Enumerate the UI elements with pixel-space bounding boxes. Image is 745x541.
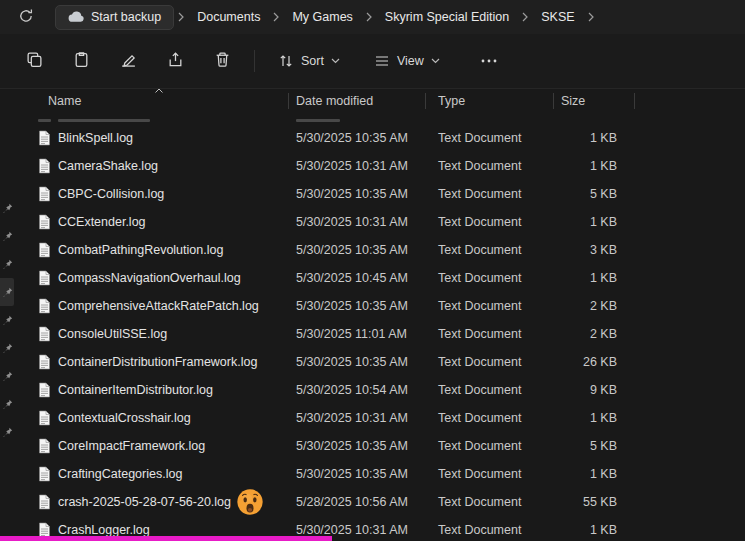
start-backup-button[interactable]: Start backup — [55, 5, 174, 30]
pin-icon[interactable] — [0, 250, 14, 278]
column-header-date-modified[interactable]: Date modified — [288, 88, 425, 114]
table-row[interactable]: ContainerDistributionFramework.log 5/30/… — [30, 348, 635, 376]
view-dropdown[interactable]: View — [363, 44, 451, 78]
chevron-right-icon[interactable] — [174, 4, 188, 30]
breadcrumb-documents[interactable]: Documents — [188, 4, 269, 30]
file-date: 5/30/2025 10:35 AM — [288, 467, 425, 481]
table-row[interactable]: ContextualCrosshair.log 5/30/2025 10:31 … — [30, 404, 635, 432]
paste-icon — [73, 51, 90, 71]
file-size: 9 KB — [553, 383, 635, 397]
chevron-right-icon[interactable] — [584, 4, 598, 30]
file-type: Text Document — [425, 187, 553, 201]
file-type: Text Document — [425, 327, 553, 341]
file-date: 5/30/2025 10:54 AM — [288, 383, 425, 397]
text-document-icon — [38, 326, 52, 342]
delete-icon — [214, 51, 231, 71]
pin-icon[interactable] — [0, 390, 14, 418]
file-date: 5/30/2025 10:35 AM — [288, 131, 425, 145]
file-name: CompassNavigationOverhaul.log — [58, 271, 241, 285]
pin-icon[interactable] — [0, 194, 14, 222]
column-header-type-label: Type — [438, 94, 465, 108]
copy-icon — [26, 51, 43, 71]
pin-icon[interactable] — [0, 306, 14, 334]
column-header-size-label: Size — [561, 94, 585, 108]
text-document-icon — [38, 298, 52, 314]
table-row[interactable]: CraftingCategories.log 5/30/2025 10:35 A… — [30, 460, 635, 488]
refresh-button[interactable] — [12, 3, 40, 31]
chevron-down-icon — [431, 58, 440, 64]
text-document-icon — [38, 438, 52, 454]
sort-ascending-caret-icon — [155, 88, 164, 93]
file-type: Text Document — [425, 467, 553, 481]
delete-button[interactable] — [202, 44, 242, 78]
file-name: CCExtender.log — [58, 215, 146, 229]
rename-button[interactable] — [108, 44, 148, 78]
text-document-icon — [38, 186, 52, 202]
table-row[interactable]: CompassNavigationOverhaul.log 5/30/2025 … — [30, 264, 635, 292]
file-size: 1 KB — [553, 271, 635, 285]
file-size: 1 KB — [553, 215, 635, 229]
pin-icon[interactable] — [0, 278, 14, 306]
pin-icon[interactable] — [0, 362, 14, 390]
cloud-icon — [68, 11, 84, 23]
pin-icon[interactable] — [0, 222, 14, 250]
file-date: 5/28/2025 10:56 AM — [288, 495, 425, 509]
file-type: Text Document — [425, 299, 553, 313]
start-backup-label: Start backup — [91, 10, 161, 24]
table-row[interactable]: CameraShake.log 5/30/2025 10:31 AM Text … — [30, 152, 635, 180]
pinned-items-rail — [0, 194, 14, 446]
file-size: 1 KB — [553, 159, 635, 173]
file-type: Text Document — [425, 439, 553, 453]
magenta-bar — [0, 536, 332, 541]
text-document-icon — [38, 466, 52, 482]
table-row[interactable]: ConsoleUtilSSE.log 5/30/2025 11:01 AM Te… — [30, 320, 635, 348]
table-row[interactable]: CoreImpactFramework.log 5/30/2025 10:35 … — [30, 432, 635, 460]
text-document-icon — [38, 410, 52, 426]
table-row[interactable]: CombatPathingRevolution.log 5/30/2025 10… — [30, 236, 635, 264]
column-header-name[interactable]: Name — [30, 88, 288, 114]
column-header-name-label: Name — [48, 94, 81, 108]
file-name: ContainerItemDistributor.log — [58, 383, 213, 397]
table-row[interactable]: ComprehensiveAttackRatePatch.log 5/30/20… — [30, 292, 635, 320]
clipped-row-remnant — [30, 114, 635, 124]
share-button[interactable] — [155, 44, 195, 78]
pin-icon[interactable] — [0, 334, 14, 362]
file-size: 2 KB — [553, 299, 635, 313]
file-type: Text Document — [425, 159, 553, 173]
chevron-right-icon[interactable] — [362, 4, 376, 30]
breadcrumb-my-games[interactable]: My Games — [283, 4, 361, 30]
file-type: Text Document — [425, 523, 553, 537]
file-name: ContainerDistributionFramework.log — [58, 355, 257, 369]
file-name: CameraShake.log — [58, 159, 158, 173]
breadcrumb-skse[interactable]: SKSE — [532, 4, 583, 30]
chevron-right-icon[interactable] — [269, 4, 283, 30]
file-size: 5 KB — [553, 187, 635, 201]
file-name: CraftingCategories.log — [58, 467, 182, 481]
column-header-date-label: Date modified — [296, 94, 373, 108]
table-row[interactable]: CCExtender.log 5/30/2025 10:31 AM Text D… — [30, 208, 635, 236]
chevron-right-icon[interactable] — [518, 4, 532, 30]
file-name: CBPC-Collision.log — [58, 187, 164, 201]
file-type: Text Document — [425, 411, 553, 425]
table-row[interactable]: CBPC-Collision.log 5/30/2025 10:35 AM Te… — [30, 180, 635, 208]
sort-dropdown[interactable]: Sort — [267, 44, 351, 78]
table-row[interactable]: ContainerItemDistributor.log 5/30/2025 1… — [30, 376, 635, 404]
column-header-type[interactable]: Type — [425, 88, 553, 114]
copy-button[interactable] — [14, 44, 54, 78]
column-header-size[interactable]: Size — [553, 88, 635, 114]
paste-button[interactable] — [61, 44, 101, 78]
table-row[interactable]: BlinkSpell.log 5/30/2025 10:35 AM Text D… — [30, 124, 635, 152]
pin-icon[interactable] — [0, 418, 14, 446]
file-date: 5/30/2025 10:31 AM — [288, 411, 425, 425]
file-name: CoreImpactFramework.log — [58, 439, 205, 453]
table-row[interactable]: crash-2025-05-28-07-56-20.log 5/28/2025 … — [30, 488, 635, 516]
rename-icon — [120, 51, 137, 71]
file-size: 55 KB — [553, 495, 635, 509]
file-size: 26 KB — [553, 355, 635, 369]
more-ellipsis-icon — [481, 59, 497, 63]
see-more-button[interactable] — [471, 44, 507, 78]
file-list: Name Date modified Type Size — [30, 88, 635, 541]
breadcrumb-skyrim-special-edition[interactable]: Skyrim Special Edition — [376, 4, 518, 30]
file-name: crash-2025-05-28-07-56-20.log — [58, 495, 231, 509]
file-size: 2 KB — [553, 327, 635, 341]
